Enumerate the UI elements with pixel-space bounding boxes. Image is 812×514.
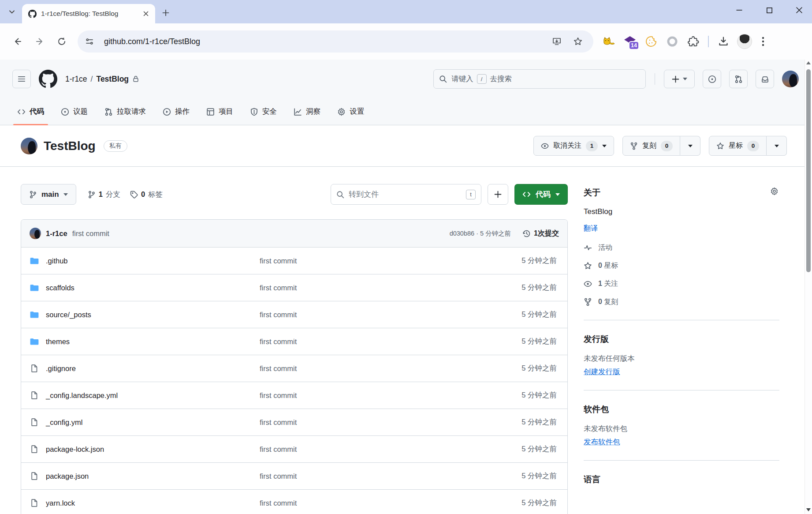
file-name-link[interactable]: package.json xyxy=(46,472,260,480)
file-commit-message-link[interactable]: first commit xyxy=(260,284,521,292)
code-download-button[interactable]: 代码 xyxy=(514,184,568,205)
site-info-icon[interactable] xyxy=(81,33,98,50)
browser-menu-icon[interactable] xyxy=(756,32,770,51)
tab-code[interactable]: 代码 xyxy=(9,98,52,125)
file-name-link[interactable]: source/_posts xyxy=(46,311,260,319)
issues-dashboard-button[interactable] xyxy=(703,70,721,88)
table-row[interactable]: yarn.lock first commit 5 分钟之前 xyxy=(21,489,567,514)
breadcrumb-repo-link[interactable]: TestBlog xyxy=(96,75,129,84)
tab-issues[interactable]: 议题 xyxy=(52,98,96,125)
cookie-extension-icon[interactable] xyxy=(642,32,660,51)
url-text[interactable]: github.com/1-r1ce/TestBlog xyxy=(104,37,543,46)
file-commit-message-link[interactable]: first commit xyxy=(260,445,521,454)
tab-pull-requests[interactable]: 拉取请求 xyxy=(96,98,154,125)
address-bar[interactable]: github.com/1-r1ce/TestBlog xyxy=(78,30,593,53)
publish-package-link[interactable]: 发布软件包 xyxy=(584,438,620,446)
star-button[interactable]: 星标 0 xyxy=(709,136,767,156)
file-name-link[interactable]: package-lock.json xyxy=(46,445,260,454)
table-row[interactable]: package.json first commit 5 分钟之前 xyxy=(21,462,567,489)
file-commit-message-link[interactable]: first commit xyxy=(260,391,521,400)
table-row[interactable]: _config.landscape.yml first commit 5 分钟之… xyxy=(21,382,567,409)
file-commit-message-link[interactable]: first commit xyxy=(260,472,521,480)
table-row[interactable]: .github first commit 5 分钟之前 xyxy=(21,247,567,274)
back-icon[interactable] xyxy=(8,32,27,51)
tab-settings[interactable]: 设置 xyxy=(329,98,372,125)
file-name-link[interactable]: .github xyxy=(46,257,260,265)
table-row[interactable]: .gitignore first commit 5 分钟之前 xyxy=(21,355,567,382)
inbox-button[interactable] xyxy=(756,70,774,88)
commit-author-avatar[interactable] xyxy=(30,228,41,239)
forward-icon[interactable] xyxy=(30,32,49,51)
scroll-down-arrow[interactable] xyxy=(806,508,811,511)
tags-link[interactable]: 0标签 xyxy=(130,190,163,199)
pull-requests-dashboard-button[interactable] xyxy=(729,70,748,88)
scroll-up-arrow[interactable] xyxy=(806,61,811,64)
tab-projects[interactable]: 项目 xyxy=(198,98,242,125)
table-row[interactable]: package-lock.json first commit 5 分钟之前 xyxy=(21,435,567,462)
file-commit-message-link[interactable]: first commit xyxy=(260,338,521,346)
file-name-link[interactable]: scaffolds xyxy=(46,284,260,292)
close-window-button[interactable] xyxy=(793,4,806,17)
ring-extension-icon[interactable] xyxy=(663,32,682,51)
file-commit-message-link[interactable]: first commit xyxy=(260,418,521,427)
maximize-button[interactable] xyxy=(763,4,776,17)
watchers-link[interactable]: 1 关注 xyxy=(584,279,779,289)
browser-profile-avatar[interactable] xyxy=(735,32,754,51)
user-avatar[interactable] xyxy=(782,71,799,87)
file-name-link[interactable]: yarn.lock xyxy=(46,499,260,507)
bookmark-star-icon[interactable] xyxy=(570,34,585,49)
extensions-puzzle-icon[interactable] xyxy=(684,32,703,51)
install-app-icon[interactable] xyxy=(549,34,564,49)
repo-title[interactable]: TestBlog xyxy=(44,139,96,153)
file-commit-message-link[interactable]: first commit xyxy=(260,499,521,507)
create-release-link[interactable]: 创建发行版 xyxy=(584,368,620,375)
create-new-button[interactable] xyxy=(664,70,695,88)
goto-file-input[interactable]: 转到文件 t xyxy=(331,184,481,205)
tab-insights[interactable]: 洞察 xyxy=(285,98,329,125)
downloads-icon[interactable] xyxy=(714,32,733,51)
file-name-link[interactable]: _config.yml xyxy=(46,418,260,427)
scrollbar-thumb[interactable] xyxy=(806,69,811,272)
branches-link[interactable]: 1分支 xyxy=(88,190,120,199)
minimize-button[interactable] xyxy=(733,4,746,17)
file-commit-message-link[interactable]: first commit xyxy=(260,364,521,373)
cat-extension-icon[interactable] xyxy=(600,32,618,51)
breadcrumb-owner-link[interactable]: 1-r1ce xyxy=(65,75,87,84)
commit-author-link[interactable]: 1-r1ce xyxy=(46,229,67,238)
add-file-button[interactable] xyxy=(488,184,508,205)
page-scrollbar[interactable] xyxy=(805,60,812,514)
reload-icon[interactable] xyxy=(52,32,71,51)
tab-search-button[interactable] xyxy=(4,4,19,19)
file-commit-message-link[interactable]: first commit xyxy=(260,257,521,265)
translate-link[interactable]: 翻译 xyxy=(584,224,598,233)
repo-owner-avatar[interactable] xyxy=(21,138,37,154)
fork-button[interactable]: 复刻 0 xyxy=(622,136,680,156)
unwatch-button[interactable]: 取消关注 1 xyxy=(533,136,614,156)
commit-message-link[interactable]: first commit xyxy=(72,229,109,238)
tab-close-icon[interactable] xyxy=(141,9,151,19)
new-tab-button[interactable] xyxy=(159,6,173,20)
fork-dropdown-button[interactable] xyxy=(680,136,700,156)
about-settings-gear-icon[interactable] xyxy=(770,187,778,195)
tab-actions[interactable]: 操作 xyxy=(154,98,198,125)
github-logo[interactable] xyxy=(39,70,57,88)
table-row[interactable]: _config.yml first commit 5 分钟之前 xyxy=(21,409,567,435)
homework-extension-icon[interactable]: 14 xyxy=(621,32,639,51)
hamburger-menu-button[interactable] xyxy=(12,70,31,88)
table-row[interactable]: scaffolds first commit 5 分钟之前 xyxy=(21,274,567,301)
commit-sha-time[interactable]: d030b86 · 5 分钟之前 xyxy=(450,229,511,238)
browser-tab[interactable]: 1-r1ce/TestBlog: TestBlog xyxy=(22,4,155,23)
global-search-input[interactable]: 请键入 / 去搜索 xyxy=(433,69,646,89)
file-name-link[interactable]: _config.landscape.yml xyxy=(46,391,260,400)
table-row[interactable]: themes first commit 5 分钟之前 xyxy=(21,328,567,355)
tab-security[interactable]: 安全 xyxy=(242,98,285,125)
stars-link[interactable]: 0 星标 xyxy=(584,261,779,270)
file-commit-message-link[interactable]: first commit xyxy=(260,311,521,319)
table-row[interactable]: source/_posts first commit 5 分钟之前 xyxy=(21,301,567,328)
star-dropdown-button[interactable] xyxy=(767,136,787,156)
branch-selector[interactable]: main xyxy=(21,184,76,205)
file-name-link[interactable]: themes xyxy=(46,338,260,346)
file-name-link[interactable]: .gitignore xyxy=(46,364,260,373)
activity-link[interactable]: 活动 xyxy=(584,243,779,252)
forks-link[interactable]: 0 复刻 xyxy=(584,297,779,307)
